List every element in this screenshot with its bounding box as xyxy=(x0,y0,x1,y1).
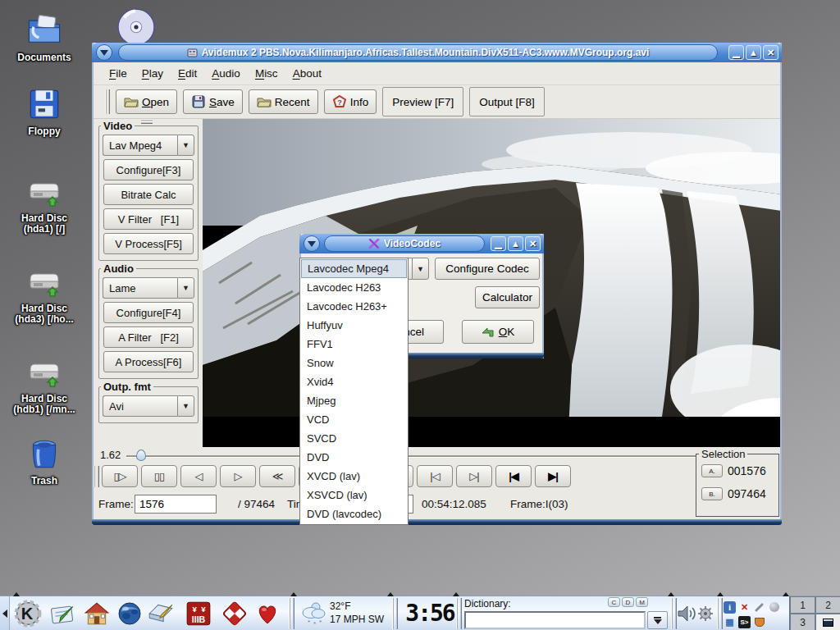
pager-desktop-4[interactable] xyxy=(815,614,840,630)
close-button[interactable]: ✕ xyxy=(763,45,778,60)
pager-desktop-1[interactable]: 1 xyxy=(790,596,815,614)
output-format-combo[interactable]: Avi ▼ xyxy=(103,395,194,417)
desktop-icon-documents[interactable]: Documents xyxy=(7,10,82,63)
applet-handle[interactable] xyxy=(456,598,462,629)
window-menu-button[interactable] xyxy=(96,44,112,61)
desktop-icon-floppy[interactable]: Floppy xyxy=(7,85,82,137)
chevron-down-icon[interactable]: ▼ xyxy=(412,258,429,280)
ok-button[interactable]: OK xyxy=(462,320,534,344)
dict-button-c[interactable]: C xyxy=(608,597,620,607)
recent-button[interactable]: Recent xyxy=(249,89,318,114)
codec-option[interactable]: Lavcodec H263 xyxy=(301,278,407,297)
pager-desktop-2[interactable]: 2 xyxy=(815,596,840,614)
chevron-down-icon[interactable]: ▼ xyxy=(177,135,194,156)
menu-edit[interactable]: Edit xyxy=(171,64,204,83)
codec-option[interactable]: Huffyuv xyxy=(301,316,407,335)
menu-misc[interactable]: Misc xyxy=(248,64,285,83)
dictionary-input[interactable] xyxy=(464,611,646,629)
seek-slider-track[interactable] xyxy=(126,455,775,457)
audio-tool-button[interactable]: A Filter [F2] xyxy=(103,326,194,348)
menu-play[interactable]: Play xyxy=(135,64,171,83)
transport-button-2[interactable]: ◁ xyxy=(180,465,217,487)
game-launcher[interactable] xyxy=(220,599,249,628)
codec-option[interactable]: Lavcodec Mpeg4 xyxy=(301,259,407,278)
clock-applet[interactable]: 3:56 xyxy=(405,600,454,627)
applet-handle[interactable] xyxy=(717,598,723,629)
transport-button-0[interactable]: ▯▷ xyxy=(102,465,138,487)
transport-button-1[interactable]: ▯▯ xyxy=(141,465,177,487)
toolbar-grip[interactable] xyxy=(105,89,110,114)
transport-button-4[interactable]: ≪ xyxy=(259,465,295,487)
desktop-icon-harddisc-hdb1[interactable]: Hard Disc (hdb1) [/mn... xyxy=(7,358,82,415)
audio-codec-combo[interactable]: Lame ▼ xyxy=(103,277,194,299)
output-toggle-button[interactable]: Output [F8] xyxy=(469,87,545,116)
codec-option[interactable]: DVD xyxy=(301,448,407,467)
menu-file[interactable]: File xyxy=(102,64,135,83)
settings-tray-applet[interactable] xyxy=(696,599,715,628)
dict-button-m[interactable]: M xyxy=(636,597,648,607)
codec-option[interactable]: Mjpeg xyxy=(301,391,407,410)
chevron-down-icon[interactable]: ▼ xyxy=(177,395,194,417)
input-method-launcher[interactable]: ¥¥IIIB xyxy=(184,599,213,628)
calculator-button[interactable]: Calculator xyxy=(475,286,540,308)
video-tool-button[interactable]: V Filter [F1] xyxy=(103,208,194,230)
chevron-down-icon[interactable]: ▼ xyxy=(177,277,194,299)
tray-icon-info[interactable]: i xyxy=(724,601,736,614)
codec-option[interactable]: DVD (lavcodec) xyxy=(301,504,407,523)
set-selection-start-button[interactable]: A. xyxy=(701,464,723,477)
tray-icon-terminal[interactable]: S> xyxy=(738,616,751,628)
preview-toggle-button[interactable]: Preview [F7] xyxy=(382,87,463,116)
save-button[interactable]: Save xyxy=(183,89,243,114)
tray-icon-chart[interactable]: ▦ xyxy=(724,616,736,628)
tray-icon-basket[interactable] xyxy=(753,616,765,628)
dialog-titlebar[interactable]: VideoCodec ▁ ▲ ✕ xyxy=(299,234,544,253)
codec-option[interactable]: Snow xyxy=(301,354,407,372)
weather-applet[interactable]: *** xyxy=(299,599,328,628)
codec-option[interactable]: XVCD (lav) xyxy=(301,467,407,486)
tray-icon-tools[interactable] xyxy=(753,601,765,614)
applet-handle[interactable] xyxy=(392,598,398,629)
sidebar-grip[interactable] xyxy=(141,119,153,124)
desktop-icon-trash[interactable]: Trash xyxy=(7,435,82,486)
audio-tool-button[interactable]: Configure[F4] xyxy=(103,302,194,323)
frame-number-input[interactable] xyxy=(135,495,217,514)
dialog-minimize-button[interactable]: ▁ xyxy=(491,236,506,251)
codec-option[interactable]: SVCD xyxy=(301,429,407,448)
desktop-icon-harddisc-hda3[interactable]: Hard Disc (hda3) [/ho... xyxy=(7,267,82,325)
video-codec-combo[interactable]: Lav Mpeg4 ▼ xyxy=(103,135,194,156)
dialog-maximize-button[interactable]: ▲ xyxy=(508,236,523,251)
pager-desktop-3[interactable]: 3 xyxy=(790,614,815,630)
transport-button-8[interactable]: |◁ xyxy=(417,465,453,487)
transport-button-10[interactable]: |◀ xyxy=(495,465,532,487)
tray-icon-cut[interactable]: ✕ xyxy=(738,601,751,614)
scanner-launcher[interactable] xyxy=(146,599,176,628)
menu-about[interactable]: About xyxy=(285,64,329,83)
audio-tool-button[interactable]: A Process[F6] xyxy=(103,351,194,372)
dialog-close-button[interactable]: ✕ xyxy=(525,236,541,251)
dictionary-history-button[interactable] xyxy=(647,611,668,629)
video-tool-button[interactable]: V Process[F5] xyxy=(103,233,194,254)
transport-grip[interactable] xyxy=(94,466,99,487)
video-tool-button[interactable]: Configure[F3] xyxy=(103,159,194,180)
minimize-button[interactable]: ▁ xyxy=(728,45,744,60)
menu-audio[interactable]: Audio xyxy=(204,64,248,83)
codec-option[interactable]: Xvid4 xyxy=(301,372,407,391)
k-menu-button[interactable]: K xyxy=(13,599,43,628)
maximize-button[interactable]: ▲ xyxy=(746,45,761,60)
desktop-icon-harddisc-hda1[interactable]: Hard Disc (hda1) [/] xyxy=(7,177,82,235)
transport-button-9[interactable]: ▷| xyxy=(456,465,492,487)
seek-slider-handle[interactable] xyxy=(136,450,146,461)
dialog-menu-button[interactable] xyxy=(304,235,320,252)
panel-hide-button[interactable] xyxy=(0,596,10,630)
set-selection-end-button[interactable]: B. xyxy=(701,487,723,500)
codec-dropdown-list[interactable]: Lavcodec Mpeg4Lavcodec H263Lavcodec H263… xyxy=(299,258,409,525)
browser-launcher[interactable] xyxy=(115,599,144,628)
applet-handle[interactable] xyxy=(289,598,294,629)
configure-codec-button[interactable]: Configure Codec xyxy=(435,258,540,280)
codec-option[interactable]: XSVCD (lav) xyxy=(301,486,407,504)
titlebar[interactable]: Avidemux 2 PBS.Nova.Kilimanjaro.Africas.… xyxy=(92,43,782,62)
tray-icon-ball[interactable] xyxy=(768,601,780,614)
home-launcher[interactable] xyxy=(82,599,112,628)
codec-option[interactable]: VCD xyxy=(301,410,407,429)
dict-button-d[interactable]: D xyxy=(622,597,634,607)
